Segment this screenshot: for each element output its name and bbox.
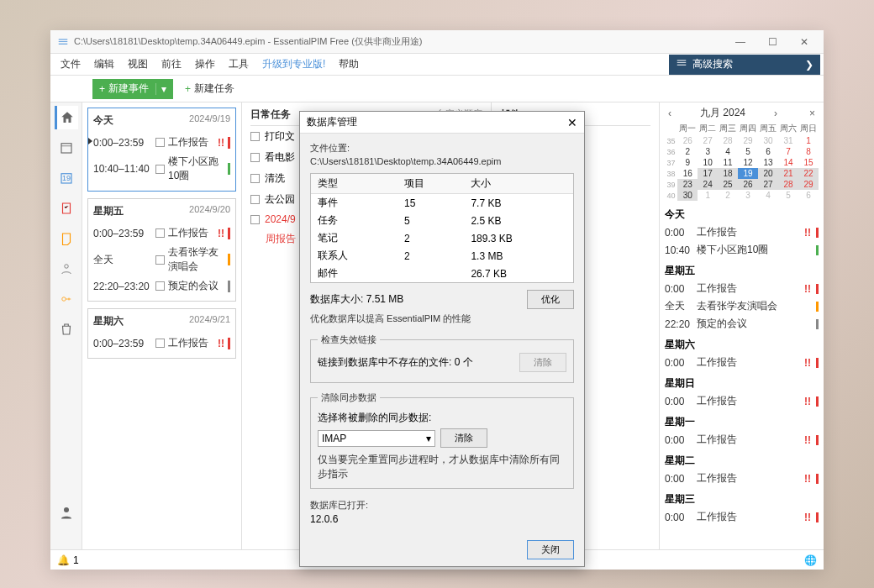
cal-day[interactable]: 13 — [758, 157, 778, 168]
agenda-row[interactable]: 0:00 工作报告 !! — [665, 354, 819, 371]
clear-sync-button[interactable]: 清除 — [440, 428, 487, 448]
agenda-row[interactable]: 全天 去看张学友演唱会 — [665, 297, 819, 315]
sidebar-user[interactable] — [55, 501, 78, 524]
sidebar-calendar-19[interactable]: 19 — [55, 166, 78, 190]
cal-next-icon[interactable]: › — [771, 108, 781, 119]
sidebar-home[interactable] — [55, 106, 78, 129]
search-collapse-icon[interactable]: ❯ — [805, 59, 813, 71]
cal-day[interactable]: 25 — [718, 179, 738, 190]
sync-select[interactable]: IMAP▾ — [318, 430, 435, 447]
menu-tools[interactable]: 工具 — [222, 54, 255, 75]
task-checkbox[interactable] — [250, 153, 260, 162]
event-row[interactable]: 0:00–23:59 工作报告 !! — [93, 133, 230, 152]
cal-day[interactable]: 4 — [758, 190, 778, 201]
agenda-row[interactable]: 10:40 楼下小区跑10圈 — [665, 241, 819, 259]
agenda-row[interactable]: 0:00 工作报告 !! — [665, 223, 819, 241]
globe-icon[interactable]: 🌐 — [804, 554, 817, 566]
new-task-button[interactable]: + 新建任务 — [180, 81, 240, 96]
cal-day[interactable]: 20 — [758, 168, 778, 179]
cal-day[interactable]: 29 — [798, 179, 819, 190]
cal-day[interactable]: 27 — [698, 135, 718, 146]
event-checkbox[interactable] — [155, 138, 165, 147]
event-row[interactable]: 0:00–23:59 工作报告 !! — [93, 223, 230, 243]
menu-edit[interactable]: 编辑 — [87, 54, 121, 75]
dialog-close-button[interactable]: 关闭 — [527, 540, 574, 559]
mini-calendar[interactable]: 周一周二周三周四周五周六周日35262728293031136234567837… — [665, 122, 819, 201]
cal-day[interactable]: 2 — [718, 190, 738, 201]
task-checkbox[interactable] — [250, 132, 260, 141]
event-checkbox[interactable] — [155, 281, 165, 291]
cal-day[interactable]: 1 — [698, 190, 718, 201]
cal-day[interactable]: 21 — [778, 168, 798, 179]
cal-day[interactable]: 16 — [677, 168, 698, 179]
cal-day[interactable]: 22 — [798, 168, 819, 179]
task-checkbox[interactable] — [250, 195, 260, 204]
task-checkbox[interactable] — [250, 215, 260, 224]
cal-day[interactable]: 5 — [778, 190, 798, 201]
menu-view[interactable]: 视图 — [121, 54, 155, 75]
cal-day[interactable]: 9 — [677, 157, 698, 168]
new-event-button[interactable]: + 新建事件 ▾ — [92, 79, 173, 99]
cal-day[interactable]: 8 — [798, 146, 819, 157]
menu-upgrade[interactable]: 升级到专业版! — [255, 54, 332, 75]
event-row[interactable]: 22:20–23:20 预定的会议 — [93, 276, 230, 296]
cal-day[interactable]: 7 — [778, 146, 798, 157]
bell-icon[interactable]: 🔔 — [57, 554, 70, 566]
cal-close-icon[interactable]: × — [806, 108, 819, 119]
cal-day[interactable]: 3 — [698, 146, 718, 157]
cal-day[interactable]: 4 — [718, 146, 738, 157]
event-row[interactable]: 0:00–23:59 工作报告 !! — [93, 333, 230, 353]
search-bar[interactable]: 高级搜索 ❯ — [669, 55, 820, 75]
menu-actions[interactable]: 操作 — [188, 54, 222, 75]
cal-day[interactable]: 6 — [758, 146, 778, 157]
cal-day[interactable]: 23 — [677, 179, 698, 190]
event-row[interactable]: 全天 去看张学友演唱会 — [93, 243, 230, 276]
cal-day[interactable]: 28 — [778, 179, 798, 190]
minimize-button[interactable]: — — [728, 34, 753, 50]
event-checkbox[interactable] — [155, 255, 165, 265]
cal-day[interactable]: 31 — [778, 135, 798, 146]
agenda-row[interactable]: 0:00 工作报告 !! — [665, 280, 819, 297]
cal-day[interactable]: 12 — [738, 157, 758, 168]
menu-go[interactable]: 前往 — [155, 54, 188, 75]
agenda-row[interactable]: 0:00 工作报告 !! — [665, 392, 819, 410]
maximize-button[interactable]: ☐ — [760, 34, 785, 50]
cal-day[interactable]: 27 — [758, 179, 778, 190]
close-button[interactable]: ✕ — [792, 34, 817, 50]
agenda-row[interactable]: 0:00 工作报告 !! — [665, 470, 819, 487]
cal-day[interactable]: 10 — [698, 157, 718, 168]
sidebar-contacts[interactable] — [55, 257, 78, 281]
sidebar-tasks[interactable] — [55, 197, 78, 220]
event-checkbox[interactable] — [155, 228, 165, 238]
cal-day[interactable]: 15 — [798, 157, 819, 168]
event-row[interactable]: 10:40–11:40 楼下小区跑10圈 — [93, 152, 230, 186]
cal-day[interactable]: 17 — [698, 168, 718, 179]
cal-day[interactable]: 11 — [718, 157, 738, 168]
cal-day[interactable]: 5 — [738, 146, 758, 157]
task-checkbox[interactable] — [250, 174, 260, 183]
dialog-close-icon[interactable]: ✕ — [567, 116, 577, 129]
cal-day[interactable]: 6 — [798, 190, 819, 201]
cal-day[interactable]: 24 — [698, 179, 718, 190]
event-checkbox[interactable] — [155, 165, 165, 174]
cal-day[interactable]: 1 — [798, 135, 819, 146]
optimize-button[interactable]: 优化 — [527, 290, 574, 309]
cal-day[interactable]: 28 — [718, 135, 738, 146]
cal-day[interactable]: 29 — [738, 135, 758, 146]
cal-day[interactable]: 3 — [738, 190, 758, 201]
cal-day[interactable]: 30 — [677, 190, 698, 201]
sidebar-passwords[interactable] — [55, 287, 78, 311]
sidebar-calendar[interactable] — [55, 136, 78, 160]
cal-day[interactable]: 26 — [677, 135, 698, 146]
menu-file[interactable]: 文件 — [54, 54, 87, 75]
cal-day[interactable]: 19 — [738, 168, 758, 179]
cal-prev-icon[interactable]: ‹ — [665, 108, 675, 119]
chevron-down-icon[interactable]: ▾ — [155, 83, 166, 95]
cal-day[interactable]: 2 — [677, 146, 698, 157]
event-checkbox[interactable] — [155, 339, 165, 348]
cal-day[interactable]: 30 — [758, 135, 778, 146]
agenda-row[interactable]: 0:00 工作报告 !! — [665, 431, 819, 449]
sidebar-notes[interactable] — [55, 227, 78, 250]
cal-day[interactable]: 26 — [738, 179, 758, 190]
agenda-row[interactable]: 0:00 工作报告 !! — [665, 508, 819, 526]
